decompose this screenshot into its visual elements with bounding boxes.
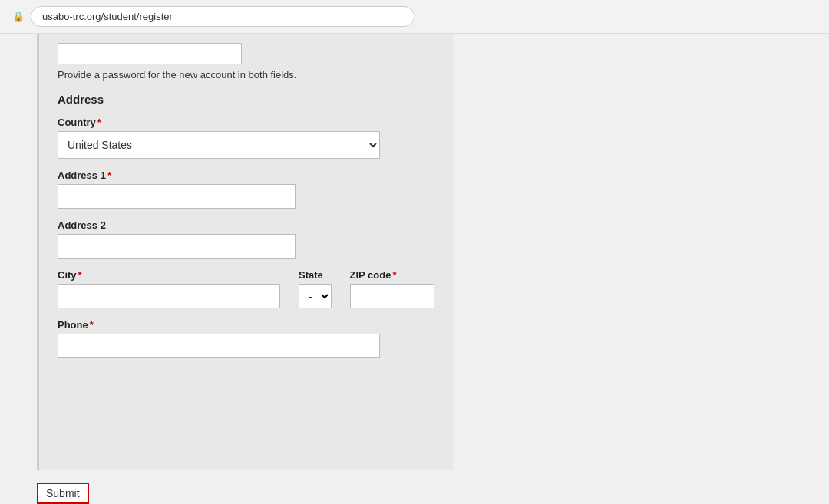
country-required-star: * (97, 117, 101, 128)
left-sidebar (0, 34, 37, 470)
state-group: State - None - AL AK AZ CA CO FL GA IL N… (299, 269, 332, 308)
address2-input[interactable] (58, 234, 296, 259)
address1-label: Address 1* (58, 170, 434, 181)
city-group: City* (58, 269, 280, 308)
address2-label: Address 2 (58, 219, 434, 231)
address2-group: Address 2 (58, 219, 434, 259)
address-section: Address Country* United States Canada Me… (58, 93, 434, 358)
phone-label: Phone* (58, 319, 434, 331)
submit-area: Submit (0, 470, 829, 504)
phone-input[interactable] (58, 334, 380, 358)
country-select[interactable]: United States Canada Mexico United Kingd… (58, 131, 380, 159)
browser-chrome: 🔒 usabo-trc.org/student/register (0, 0, 829, 34)
registration-form: Provide a password for the new account i… (37, 34, 453, 470)
country-group: Country* United States Canada Mexico Uni… (58, 117, 434, 159)
address-section-heading: Address (58, 93, 434, 106)
state-label: State (299, 269, 332, 281)
phone-group: Phone* (58, 319, 434, 358)
password-field-partial (58, 43, 434, 64)
lock-icon: 🔒 (12, 11, 25, 22)
right-padding (453, 34, 830, 470)
country-label: Country* (58, 117, 434, 128)
zip-group: ZIP code* (350, 269, 434, 308)
city-required-star: * (78, 269, 82, 281)
password-confirm-input[interactable] (58, 43, 242, 64)
zip-label: ZIP code* (350, 269, 434, 281)
city-label: City* (58, 269, 280, 281)
city-state-zip-row: City* State - None - AL AK AZ CA (58, 269, 434, 308)
zip-input[interactable] (350, 284, 434, 308)
state-select[interactable]: - None - AL AK AZ CA CO FL GA IL NY TX W… (299, 284, 332, 308)
phone-required-star: * (90, 319, 94, 331)
password-hint: Provide a password for the new account i… (58, 69, 434, 81)
url-bar[interactable]: usabo-trc.org/student/register (31, 6, 414, 27)
submit-button[interactable]: Submit (37, 483, 89, 504)
city-input[interactable] (58, 284, 280, 308)
address1-required-star: * (107, 170, 111, 181)
address1-group: Address 1* (58, 170, 434, 209)
zip-required-star: * (392, 269, 396, 281)
address1-input[interactable] (58, 184, 296, 209)
